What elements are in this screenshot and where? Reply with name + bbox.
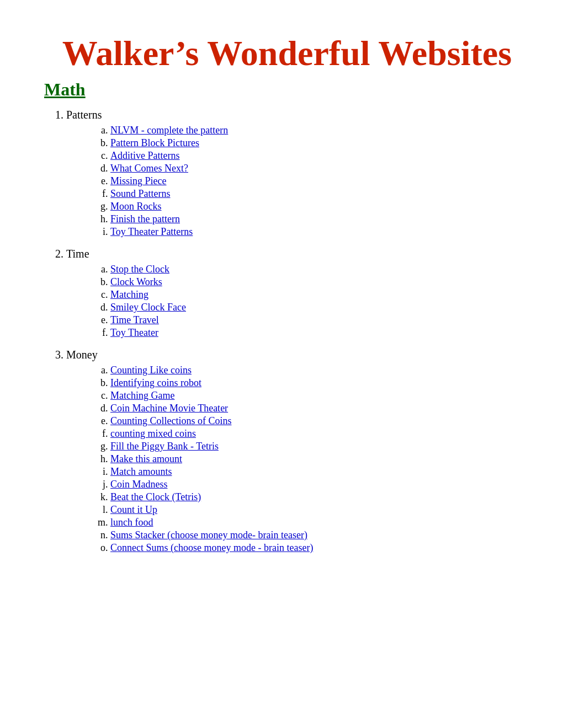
list-item-link[interactable]: Make this amount bbox=[110, 453, 182, 464]
list-item-link[interactable]: Identifying coins robot bbox=[110, 377, 201, 388]
list-item: Clock Works bbox=[110, 276, 530, 288]
math-heading: Math bbox=[44, 79, 530, 100]
list-item-link[interactable]: Match amounts bbox=[110, 466, 172, 477]
list-item: Counting Collections of Coins bbox=[110, 415, 530, 427]
list-item: Missing Piece bbox=[110, 175, 530, 187]
category-item-3: MoneyCounting Like coinsIdentifying coin… bbox=[66, 349, 530, 554]
list-item-link[interactable]: lunch food bbox=[110, 517, 153, 528]
list-item: Stop the Clock bbox=[110, 264, 530, 275]
list-item-link[interactable]: Toy Theater bbox=[110, 327, 158, 338]
list-item: Pattern Block Pictures bbox=[110, 137, 530, 149]
list-item: Identifying coins robot bbox=[110, 377, 530, 389]
list-item-link[interactable]: What Comes Next? bbox=[110, 163, 188, 174]
category-label-3: Money bbox=[66, 349, 98, 361]
list-item-link[interactable]: Fill the Piggy Bank - Tetris bbox=[110, 441, 219, 452]
list-item-link[interactable]: Moon Rocks bbox=[110, 201, 162, 212]
list-item-link[interactable]: Matching Game bbox=[110, 390, 174, 401]
list-item: Fill the Piggy Bank - Tetris bbox=[110, 441, 530, 452]
sub-list-1: NLVM - complete the patternPattern Block… bbox=[66, 125, 530, 238]
list-item: Coin Machine Movie Theater bbox=[110, 403, 530, 414]
list-item: lunch food bbox=[110, 517, 530, 528]
category-label-1: Patterns bbox=[66, 109, 102, 121]
list-item: Sound Patterns bbox=[110, 188, 530, 200]
list-item: Counting Like coins bbox=[110, 365, 530, 376]
list-item: Matching bbox=[110, 289, 530, 301]
list-item: Make this amount bbox=[110, 453, 530, 465]
list-item-link[interactable]: Matching bbox=[110, 289, 148, 300]
list-item-link[interactable]: Coin Madness bbox=[110, 479, 168, 490]
list-item-link[interactable]: Connect Sums (choose money mode - brain … bbox=[110, 542, 313, 553]
list-item: Finish the pattern bbox=[110, 213, 530, 225]
list-item-link[interactable]: Sums Stacker (choose money mode- brain t… bbox=[110, 529, 307, 540]
list-item-link[interactable]: Beat the Clock (Tetris) bbox=[110, 491, 201, 502]
list-item-link[interactable]: Counting Collections of Coins bbox=[110, 415, 232, 426]
category-item-2: TimeStop the ClockClock WorksMatchingSmi… bbox=[66, 248, 530, 339]
list-item: Additive Patterns bbox=[110, 150, 530, 162]
category-item-1: PatternsNLVM - complete the patternPatte… bbox=[66, 109, 530, 238]
list-item: Time Travel bbox=[110, 314, 530, 326]
list-item-link[interactable]: Additive Patterns bbox=[110, 150, 179, 161]
list-item: Toy Theater Patterns bbox=[110, 226, 530, 238]
list-item: Smiley Clock Face bbox=[110, 302, 530, 313]
list-item-link[interactable]: Coin Machine Movie Theater bbox=[110, 403, 228, 414]
list-item-link[interactable]: Time Travel bbox=[110, 314, 159, 325]
list-item-link[interactable]: Toy Theater Patterns bbox=[110, 226, 193, 237]
list-item: Beat the Clock (Tetris) bbox=[110, 491, 530, 503]
list-item-link[interactable]: Smiley Clock Face bbox=[110, 302, 186, 313]
list-item-link[interactable]: Stop the Clock bbox=[110, 264, 169, 275]
sub-list-2: Stop the ClockClock WorksMatchingSmiley … bbox=[66, 264, 530, 339]
list-item-link[interactable]: counting mixed coins bbox=[110, 428, 196, 439]
page-title: Walker’s Wonderful Websites bbox=[44, 33, 530, 74]
category-label-2: Time bbox=[66, 248, 89, 260]
list-item: What Comes Next? bbox=[110, 163, 530, 174]
list-item-link[interactable]: Pattern Block Pictures bbox=[110, 137, 199, 148]
list-item: Moon Rocks bbox=[110, 201, 530, 212]
list-item: counting mixed coins bbox=[110, 428, 530, 440]
list-item: Coin Madness bbox=[110, 479, 530, 490]
list-item-link[interactable]: Finish the pattern bbox=[110, 213, 180, 224]
sub-list-3: Counting Like coinsIdentifying coins rob… bbox=[66, 365, 530, 554]
list-item: Match amounts bbox=[110, 466, 530, 478]
list-item-link[interactable]: NLVM - complete the pattern bbox=[110, 125, 228, 136]
list-item: Matching Game bbox=[110, 390, 530, 402]
list-item: Toy Theater bbox=[110, 327, 530, 339]
list-item-link[interactable]: Clock Works bbox=[110, 276, 162, 287]
list-item-link[interactable]: Sound Patterns bbox=[110, 188, 171, 199]
main-list: PatternsNLVM - complete the patternPatte… bbox=[44, 109, 530, 554]
list-item: Sums Stacker (choose money mode- brain t… bbox=[110, 529, 530, 541]
list-item: Count it Up bbox=[110, 504, 530, 516]
list-item: NLVM - complete the pattern bbox=[110, 125, 530, 136]
list-item-link[interactable]: Count it Up bbox=[110, 504, 157, 515]
list-item-link[interactable]: Missing Piece bbox=[110, 175, 167, 186]
list-item: Connect Sums (choose money mode - brain … bbox=[110, 542, 530, 554]
list-item-link[interactable]: Counting Like coins bbox=[110, 365, 192, 376]
